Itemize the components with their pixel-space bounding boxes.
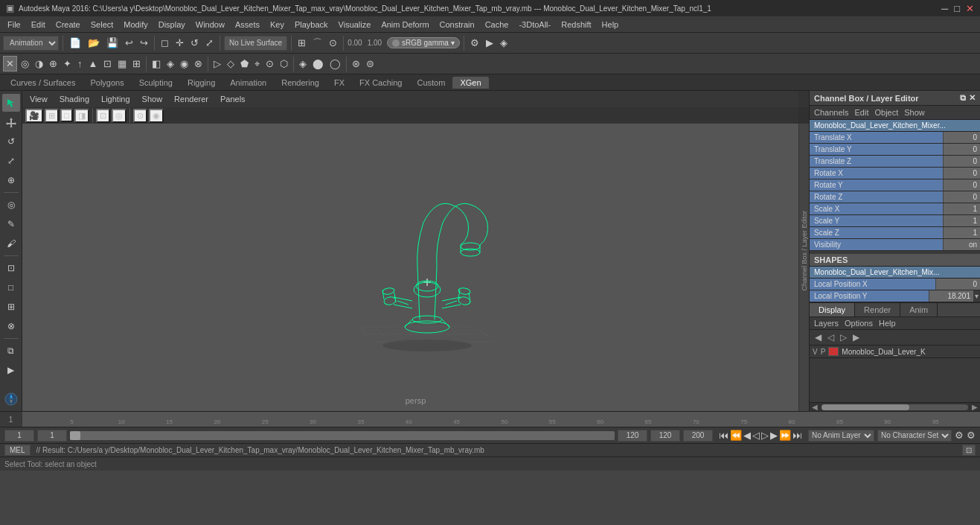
- layer-color-swatch[interactable]: [828, 347, 839, 356]
- tool1[interactable]: ✕: [3, 56, 17, 71]
- step-back-button[interactable]: ⏪: [730, 430, 742, 441]
- tab-animation[interactable]: Animation: [222, 77, 274, 89]
- cb-object-menu[interactable]: Object: [874, 108, 898, 117]
- tab-rendering[interactable]: Rendering: [274, 77, 327, 89]
- tool5[interactable]: ✦: [61, 57, 74, 71]
- tool8[interactable]: ⊡: [101, 57, 114, 71]
- layers-menu-help[interactable]: Help: [879, 319, 896, 328]
- anim4[interactable]: ⌖: [252, 57, 262, 71]
- tab-sculpting[interactable]: Sculpting: [132, 77, 180, 89]
- scroll-thumb[interactable]: [822, 404, 909, 410]
- menu-display[interactable]: Display: [154, 19, 190, 31]
- vp-xray-button[interactable]: ⊙: [133, 109, 147, 123]
- move-tool[interactable]: ✛: [173, 36, 186, 50]
- scale-tool[interactable]: ⤢: [203, 36, 216, 50]
- select-mode-button[interactable]: [2, 94, 20, 112]
- layer-playback-toggle[interactable]: P: [821, 348, 826, 356]
- soft-select-button[interactable]: ◎: [2, 196, 20, 214]
- tool10[interactable]: ⊞: [130, 57, 143, 71]
- layer-prev2-button[interactable]: ◁: [825, 331, 836, 343]
- paint-button[interactable]: 🖌: [2, 235, 20, 252]
- fx2[interactable]: ⊜: [364, 57, 377, 71]
- timeline-track[interactable]: 5 10 15 20 25 30 35 40 45 50 55 60 65 70…: [22, 412, 980, 427]
- tool4[interactable]: ⊕: [47, 57, 60, 71]
- vp-grid-button[interactable]: ⊞: [45, 109, 59, 123]
- menu-constrain[interactable]: Constrain: [435, 19, 479, 31]
- tab-fx[interactable]: FX: [327, 77, 352, 89]
- brush-button[interactable]: ✎: [2, 215, 20, 233]
- new-scene-button[interactable]: 📄: [67, 36, 83, 50]
- scroll-right-button[interactable]: ▶: [970, 403, 980, 411]
- render3[interactable]: ◯: [327, 57, 343, 71]
- layer-prev-button[interactable]: ◀: [813, 331, 824, 343]
- tool7[interactable]: ▲: [86, 57, 100, 71]
- layer-visibility-toggle[interactable]: V: [813, 348, 818, 356]
- mode-selector[interactable]: Animation: [3, 36, 59, 51]
- cb-edit-menu[interactable]: Edit: [854, 108, 868, 117]
- rotate-mode-button[interactable]: ↺: [2, 133, 20, 150]
- range-max-field[interactable]: [683, 430, 713, 442]
- vp-menu-show[interactable]: Show: [139, 94, 166, 104]
- menu-anim-deform[interactable]: Anim Deform: [377, 19, 433, 31]
- vp-camera-button[interactable]: 🎥: [25, 109, 43, 123]
- layers-menu-options[interactable]: Options: [845, 319, 873, 328]
- tab-rigging[interactable]: Rigging: [180, 77, 222, 89]
- manipulator-button[interactable]: ⊡: [2, 259, 20, 277]
- vp-wireframe-button[interactable]: □: [60, 109, 73, 122]
- vp-smooth-button[interactable]: ◉: [149, 109, 164, 123]
- start-frame-field[interactable]: [4, 430, 34, 442]
- menu-assets[interactable]: Assets: [231, 19, 264, 31]
- menu-redshift[interactable]: Redshift: [557, 19, 595, 31]
- menu-cache[interactable]: Cache: [481, 19, 513, 31]
- cb-show-menu[interactable]: Show: [904, 108, 925, 117]
- anim3[interactable]: ⬟: [238, 57, 251, 71]
- vp-menu-lighting[interactable]: Lighting: [98, 94, 133, 104]
- snap2[interactable]: ◈: [164, 57, 176, 71]
- vp-isolate-button[interactable]: ◎: [112, 109, 126, 123]
- tab-custom[interactable]: Custom: [410, 77, 453, 89]
- snap3[interactable]: ◉: [178, 57, 190, 71]
- range-end-field[interactable]: [650, 430, 680, 442]
- tab-render[interactable]: Render: [855, 303, 900, 316]
- tab-curves-surfaces[interactable]: Curves / Surfaces: [3, 77, 83, 89]
- tool6[interactable]: ↑: [75, 57, 85, 71]
- frame-slider[interactable]: [70, 431, 615, 440]
- close-button[interactable]: ✕: [966, 3, 974, 14]
- vp-menu-renderer[interactable]: Renderer: [171, 94, 211, 104]
- vp-menu-shading[interactable]: Shading: [57, 94, 92, 104]
- step-forward-button[interactable]: ⏩: [779, 430, 791, 441]
- menu-visualize[interactable]: Visualize: [334, 19, 376, 31]
- settings-button[interactable]: ⚙: [955, 430, 964, 441]
- measure-button[interactable]: ⊗: [2, 317, 20, 335]
- compass-button[interactable]: N: [2, 390, 20, 408]
- render-button[interactable]: ▶: [484, 36, 496, 50]
- tool3[interactable]: ◑: [33, 57, 45, 71]
- gamma-selector[interactable]: sRGB gamma ▾: [387, 37, 460, 48]
- move-mode-button[interactable]: [2, 113, 20, 131]
- anim1[interactable]: ▷: [211, 57, 223, 71]
- menu-create[interactable]: Create: [51, 19, 85, 31]
- scale-mode-button[interactable]: ⤢: [2, 152, 20, 170]
- go-to-start-button[interactable]: ⏮: [719, 430, 728, 441]
- prev-frame-button[interactable]: ◀: [743, 430, 751, 441]
- menu-key[interactable]: Key: [266, 19, 289, 31]
- vp-menu-panels[interactable]: Panels: [217, 94, 249, 104]
- cb-channels-menu[interactable]: Channels: [814, 108, 848, 117]
- current-frame-field[interactable]: [37, 430, 67, 442]
- menu-select[interactable]: Select: [86, 19, 118, 31]
- tab-fx-caching[interactable]: FX Caching: [352, 77, 409, 89]
- menu-window[interactable]: Window: [191, 19, 229, 31]
- object-select-button[interactable]: □: [2, 279, 20, 296]
- tab-polygons[interactable]: Polygons: [83, 77, 131, 89]
- ipr-button[interactable]: ◈: [498, 36, 510, 50]
- render-settings-button[interactable]: ⚙: [468, 36, 481, 50]
- scroll-track[interactable]: [822, 404, 968, 410]
- menu-edit[interactable]: Edit: [27, 19, 50, 31]
- script-mode-selector[interactable]: MEL: [4, 445, 31, 456]
- tab-display[interactable]: Display: [810, 303, 855, 316]
- layer-next-button[interactable]: ▷: [838, 331, 849, 343]
- vp-resolution-button[interactable]: ⊡: [96, 109, 110, 123]
- anim6[interactable]: ⬡: [278, 57, 290, 71]
- go-to-end-button[interactable]: ⏭: [792, 430, 802, 441]
- playback-button[interactable]: ▶: [2, 361, 20, 379]
